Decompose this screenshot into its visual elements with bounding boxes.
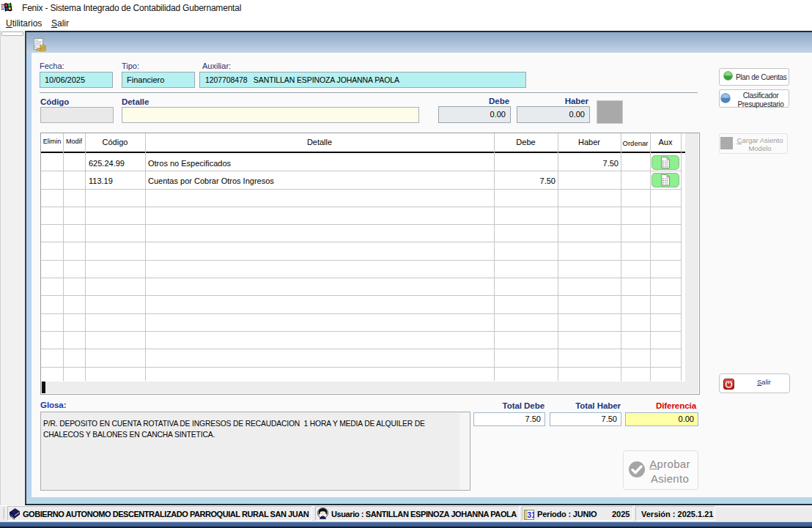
svg-text:31: 31 bbox=[528, 511, 534, 519]
